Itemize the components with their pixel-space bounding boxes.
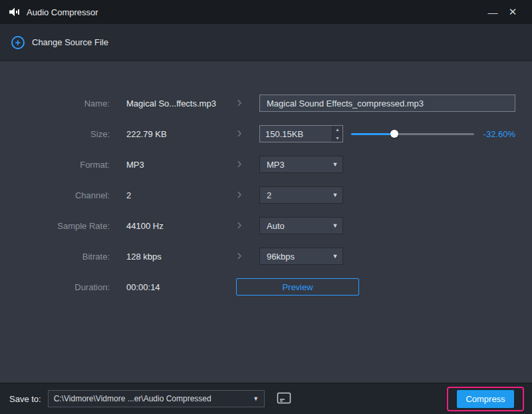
size-chevron-cell: › [219,128,259,140]
chevron-down-icon: ▼ [328,218,342,234]
speaker-icon [9,7,21,17]
size-stepper-arrows: ▲ ▼ [332,126,342,142]
chevron-down-icon: ▼ [328,248,342,264]
header-bar: + Change Source File [0,24,532,61]
size-slider-handle[interactable] [390,130,398,138]
size-reduction-percent: -32.60% [483,129,515,139]
size-slider-fill [351,133,394,135]
channel-label: Channel: [0,190,110,200]
size-slider[interactable] [351,129,474,138]
bitrate-dropdown[interactable]: 96kbps ▼ [259,248,343,265]
save-to-label: Save to: [9,394,41,404]
format-label: Format: [0,160,110,170]
sample-rate-source-value: 44100 Hz [110,221,219,231]
chevron-right-icon: › [237,248,241,263]
browse-folder-icon [277,392,291,406]
stepper-down-icon[interactable]: ▼ [332,134,342,142]
window-title: Audio Compressor [27,7,98,17]
size-source-value: 222.79 KB [110,129,219,139]
bitrate-label: Bitrate: [0,252,110,262]
sample-rate-dropdown-value: Auto [260,218,328,234]
chevron-down-icon: ▼ [328,156,342,172]
sample-rate-label: Sample Rate: [0,221,110,231]
titlebar: Audio Compressor — ✕ [0,0,532,24]
name-source-value: Magical So...ffects.mp3 [110,99,219,108]
format-row: Format: MP3 › MP3 ▼ [0,149,532,180]
bitrate-source-value: 128 kbps [110,252,219,262]
chevron-right-icon: › [237,187,241,202]
chevron-right-icon: › [237,156,241,171]
duration-value: 00:00:14 [110,282,219,292]
minimize-button[interactable]: — [483,2,503,22]
name-label: Name: [0,99,110,108]
size-row: Size: 222.79 KB › ▲ ▼ -32.60% [0,118,532,149]
output-name-input[interactable] [259,95,515,112]
bitrate-chevron-cell: › [219,250,259,263]
format-dropdown-value: MP3 [260,156,328,172]
save-path-combobox[interactable]: ▼ [48,390,265,407]
channel-chevron-cell: › [219,189,259,202]
change-source-file-button[interactable]: + Change Source File [11,36,108,49]
footer-bar: Save to: ▼ Compress [0,383,532,414]
size-value-input[interactable] [260,126,332,142]
stepper-up-icon[interactable]: ▲ [332,126,342,134]
chevron-right-icon: › [237,95,241,110]
format-source-value: MP3 [110,160,219,170]
path-dropdown-arrow-icon[interactable]: ▼ [248,391,264,407]
save-path-input[interactable] [49,391,248,407]
channel-row: Channel: 2 › 2 ▼ [0,180,532,210]
sample-rate-chevron-cell: › [219,220,259,232]
name-chevron-cell: › [219,97,259,110]
bitrate-dropdown-value: 96kbps [260,248,328,264]
size-label: Size: [0,129,110,139]
size-stepper[interactable]: ▲ ▼ [259,125,343,142]
format-dropdown[interactable]: MP3 ▼ [259,156,343,173]
channel-source-value: 2 [110,190,219,200]
chevron-down-icon: ▼ [328,187,342,203]
duration-row: Duration: 00:00:14 Preview [0,272,532,302]
preview-button[interactable]: Preview [236,278,359,296]
channel-dropdown[interactable]: 2 ▼ [259,186,343,204]
browse-folder-button[interactable] [277,392,291,406]
duration-label: Duration: [0,282,110,292]
annotation-highlight-box: Compress [447,387,524,411]
bitrate-row: Bitrate: 128 kbps › 96kbps ▼ [0,241,532,272]
close-button[interactable]: ✕ [503,2,523,22]
main-form: Name: Magical So...ffects.mp3 › Size: 22… [0,61,532,383]
compress-button[interactable]: Compress [457,390,514,408]
sample-rate-dropdown[interactable]: Auto ▼ [259,217,343,234]
chevron-right-icon: › [237,218,241,232]
change-source-file-label: Change Source File [32,37,108,47]
chevron-right-icon: › [237,126,241,140]
name-row: Name: Magical So...ffects.mp3 › [0,88,532,118]
plus-circle-icon: + [11,36,25,49]
sample-rate-row: Sample Rate: 44100 Hz › Auto ▼ [0,210,532,241]
format-chevron-cell: › [219,158,259,171]
channel-dropdown-value: 2 [260,187,328,203]
